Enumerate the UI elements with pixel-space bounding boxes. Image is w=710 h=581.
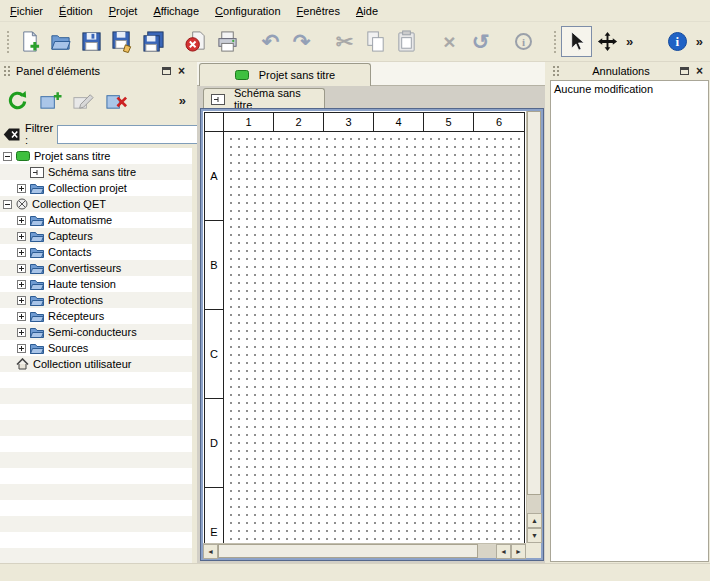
expand-icon[interactable] — [17, 216, 26, 225]
delete-element-button[interactable] — [102, 86, 131, 115]
menu-configuration[interactable]: Configuration — [207, 2, 288, 20]
column-header: 3 — [324, 113, 374, 131]
project-tab[interactable]: Projet sans titre — [199, 63, 371, 86]
v-scrollbar[interactable]: ▲ ▼ — [526, 111, 541, 543]
menu-fichier[interactable]: Fichier — [2, 2, 51, 20]
tree-item-capteurs[interactable]: Capteurs — [0, 228, 192, 244]
tree-item-collection-projet[interactable]: Collection projet — [0, 180, 192, 196]
h-scroll-left-button[interactable]: ◄ — [203, 544, 218, 559]
close-file-button[interactable] — [181, 26, 212, 57]
panel-overflow-button[interactable]: » — [176, 93, 189, 108]
menu-projet[interactable]: Projet — [101, 2, 146, 20]
column-ruler: 1 2 3 4 5 6 — [205, 113, 524, 132]
delete-button[interactable]: × — [434, 26, 465, 57]
about-info-icon: i — [668, 32, 687, 51]
paste-icon — [395, 30, 418, 53]
help-overflow-button[interactable]: » — [693, 34, 706, 49]
h-scroll-track[interactable] — [478, 544, 496, 558]
tree-item-label: Semi-conducteurs — [48, 326, 137, 338]
rotate-button[interactable]: ↺ — [465, 26, 496, 57]
h-scroll-right-button[interactable]: ► — [511, 544, 526, 559]
filter-label: Filtrer : — [25, 122, 53, 146]
cut-button[interactable]: ✂ — [329, 26, 360, 57]
undo-button[interactable]: ↶ — [255, 26, 286, 57]
clear-filter-button[interactable] — [3, 125, 21, 143]
tree-item-convertisseurs[interactable]: Convertisseurs — [0, 260, 192, 276]
v-scroll-down-button[interactable]: ▼ — [527, 528, 542, 543]
menu-fenetres[interactable]: Fenêtres — [289, 2, 348, 20]
project-icon — [16, 151, 30, 161]
tree-item-schema[interactable]: Schéma sans titre — [0, 164, 192, 180]
tree-item-haute-tension[interactable]: Haute tension — [0, 276, 192, 292]
tools-overflow-button[interactable]: » — [623, 34, 636, 49]
tree-item-collection-utilisateur[interactable]: Collection utilisateur — [0, 356, 192, 372]
new-file-icon — [18, 30, 41, 53]
dock-drag-handle[interactable] — [3, 65, 12, 77]
paste-button[interactable] — [391, 26, 422, 57]
copy-button[interactable] — [360, 26, 391, 57]
select-tool-button[interactable] — [561, 26, 592, 57]
column-header: 5 — [424, 113, 474, 131]
h-scroll-thumb[interactable] — [218, 544, 478, 558]
schema-canvas[interactable]: 1 2 3 4 5 6 A B C D — [203, 111, 526, 543]
v-scroll-track[interactable] — [527, 495, 541, 513]
diagram-info-button[interactable]: i — [508, 26, 539, 57]
collapse-icon[interactable] — [3, 200, 12, 209]
expand-icon[interactable] — [17, 312, 26, 321]
expand-icon[interactable] — [17, 280, 26, 289]
print-button[interactable] — [212, 26, 243, 57]
expand-icon[interactable] — [17, 184, 26, 193]
tree-item-sources[interactable]: Sources — [0, 340, 192, 356]
collapse-icon[interactable] — [3, 152, 12, 161]
tree-item-semi-conducteurs[interactable]: Semi-conducteurs — [0, 324, 192, 340]
editor-area: Projet sans titre Schéma sans titre 1 2 — [192, 62, 549, 563]
elements-panel-titlebar: Panel d'éléments × — [0, 62, 192, 80]
schema-tab[interactable]: Schéma sans titre — [203, 88, 325, 109]
menu-edition[interactable]: Édition — [51, 2, 101, 20]
float-panel-button[interactable] — [677, 64, 692, 78]
tree-item-contacts[interactable]: Contacts — [0, 244, 192, 260]
expand-icon[interactable] — [17, 264, 26, 273]
menubar: Fichier Édition Projet Affichage Configu… — [0, 0, 710, 22]
menu-affichage[interactable]: Affichage — [145, 2, 207, 20]
filter-row: Filtrer : — [0, 120, 192, 148]
tree-item-recepteurs[interactable]: Récepteurs — [0, 308, 192, 324]
close-panel-button[interactable]: × — [174, 64, 189, 78]
undo-history-list[interactable]: Aucune modification — [550, 80, 709, 562]
tools-toolbar-grip[interactable] — [552, 29, 557, 55]
float-panel-button[interactable] — [159, 64, 174, 78]
filter-input[interactable] — [57, 125, 205, 144]
v-scroll-thumb[interactable] — [527, 111, 541, 495]
dock-drag-handle[interactable] — [552, 65, 561, 77]
expand-icon[interactable] — [17, 344, 26, 353]
reload-collections-button[interactable] — [3, 86, 32, 115]
toolbar-grip[interactable] — [5, 29, 10, 55]
close-panel-button[interactable]: × — [692, 64, 707, 78]
info-group: i — [508, 26, 539, 57]
new-element-button[interactable] — [36, 86, 65, 115]
tree-item-project[interactable]: Projet sans titre — [0, 148, 192, 164]
grid-dots[interactable] — [224, 132, 524, 543]
h-scrollbar[interactable]: ◄ ◄ ► — [203, 543, 526, 558]
expand-icon[interactable] — [17, 248, 26, 257]
move-tool-button[interactable] — [592, 26, 623, 57]
tree-item-automatisme[interactable]: Automatisme — [0, 212, 192, 228]
row-ruler: A B C D E — [205, 132, 224, 543]
tree-item-protections[interactable]: Protections — [0, 292, 192, 308]
save-all-button[interactable] — [138, 26, 169, 57]
open-project-button[interactable] — [45, 26, 76, 57]
menu-aide[interactable]: Aide — [348, 2, 386, 20]
project-icon — [235, 70, 249, 80]
edit-element-button[interactable] — [69, 86, 98, 115]
tree-item-collection-qet[interactable]: Collection QET — [0, 196, 192, 212]
expand-icon[interactable] — [17, 296, 26, 305]
redo-button[interactable]: ↷ — [286, 26, 317, 57]
save-button[interactable] — [76, 26, 107, 57]
v-scroll-up-button[interactable]: ▲ — [527, 513, 542, 528]
h-scroll-left-button-2[interactable]: ◄ — [496, 544, 511, 559]
expand-icon[interactable] — [17, 232, 26, 241]
about-button[interactable]: i — [662, 26, 693, 57]
expand-icon[interactable] — [17, 328, 26, 337]
new-document-button[interactable] — [14, 26, 45, 57]
save-as-button[interactable] — [107, 26, 138, 57]
